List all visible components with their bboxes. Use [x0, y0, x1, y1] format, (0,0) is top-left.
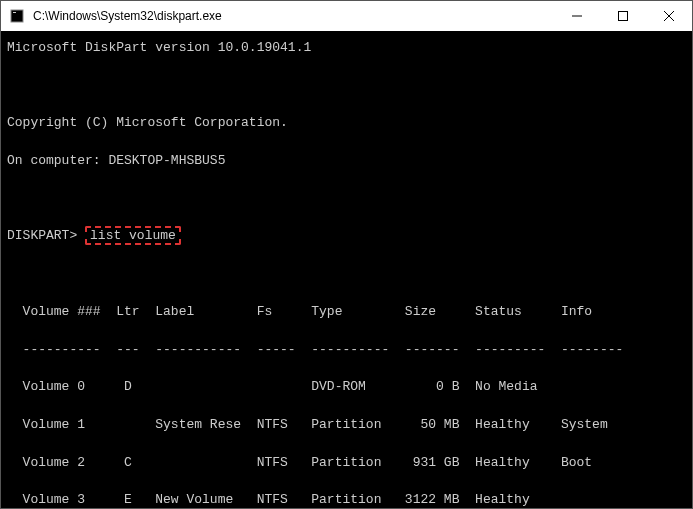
prompt: DISKPART>	[7, 228, 77, 243]
table-row: Volume 1 System Rese NTFS Partition 50 M…	[7, 416, 686, 435]
maximize-button[interactable]	[600, 1, 646, 31]
close-button[interactable]	[646, 1, 692, 31]
titlebar[interactable]: C:\Windows\System32\diskpart.exe	[1, 1, 692, 31]
table-divider: ---------- --- ----------- ----- -------…	[7, 341, 686, 360]
table-row: Volume 2 C NTFS Partition 931 GB Healthy…	[7, 454, 686, 473]
table-header: Volume ### Ltr Label Fs Type Size Status…	[7, 303, 686, 322]
window-title: C:\Windows\System32\diskpart.exe	[33, 9, 222, 23]
app-icon	[9, 8, 25, 24]
version-line: Microsoft DiskPart version 10.0.19041.1	[7, 39, 686, 58]
terminal-output[interactable]: Microsoft DiskPart version 10.0.19041.1 …	[1, 31, 692, 508]
prompt-line-1: DISKPART> list volume	[7, 227, 686, 246]
svg-rect-0	[11, 10, 23, 22]
svg-rect-3	[619, 12, 628, 21]
diskpart-window: C:\Windows\System32\diskpart.exe Microso…	[0, 0, 693, 509]
svg-rect-1	[13, 12, 16, 13]
computer-line: On computer: DESKTOP-MHSBUS5	[7, 152, 686, 171]
cmd-list-volume: list volume	[85, 226, 181, 245]
table-row: Volume 3 E New Volume NTFS Partition 312…	[7, 491, 686, 508]
copyright-line: Copyright (C) Microsoft Corporation.	[7, 114, 686, 133]
minimize-button[interactable]	[554, 1, 600, 31]
table-row: Volume 0 D DVD-ROM 0 B No Media	[7, 378, 686, 397]
